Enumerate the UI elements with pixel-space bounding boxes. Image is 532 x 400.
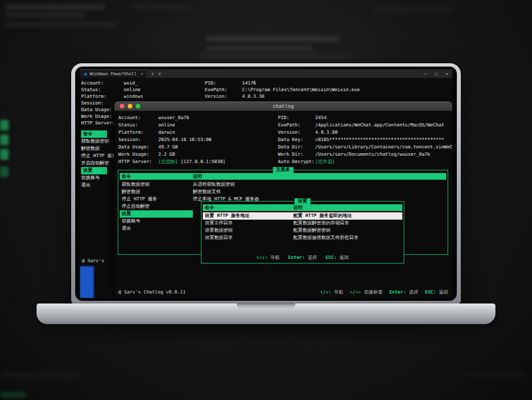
- chatlog-titlebar[interactable]: chatlog: [114, 101, 452, 111]
- menu-header-label: 命令: [81, 130, 107, 138]
- menu-item-description: 配置 HTTP 服务监听的地址: [293, 212, 402, 220]
- menu-item-label: 设置: [81, 167, 107, 174]
- menu-column-headers: 命令 说明: [120, 173, 446, 180]
- menu-item-command: 退出: [120, 225, 193, 232]
- info-line: Platform:darwinVersion:4.0.3.80: [118, 129, 452, 136]
- info-label: ExePath:: [205, 87, 242, 93]
- keyhint-label: 导航: [271, 255, 280, 260]
- menu-item-command: 停止 HTTP 服务: [120, 196, 193, 203]
- tab-windows-powershell[interactable]: > Windows PowerShell ×: [80, 69, 146, 78]
- menu-item-decrypt-data[interactable]: 解密数据: [81, 145, 116, 152]
- menu-item-settings-selected[interactable]: 设置: [81, 167, 116, 174]
- http-started-badge: [已启动]: [158, 159, 178, 164]
- powershell-main-menu: 命令 获取数据密钥 解密数据 停止 HTTP 服务 开启自动解密 设置 切换账号…: [81, 130, 116, 189]
- powershell-icon: >: [83, 72, 88, 77]
- keyhint-key: Enter:: [288, 255, 305, 260]
- background-blur-bar: [0, 373, 80, 378]
- info-label: Data Key:: [278, 136, 315, 144]
- menu-item-switch-account[interactable]: 切换账号: [81, 174, 116, 182]
- chatlog-statusbar: @ Sarv's Chatlog v0.0.11 ↑/↓: 导航 ←/→: 切换…: [118, 289, 448, 296]
- info-value: wxuser_8a7b: [158, 114, 278, 122]
- background-blur-bar: [206, 47, 313, 51]
- menu-column-header: 命令: [81, 130, 116, 138]
- background-blur-bar: [372, 8, 452, 11]
- maximize-button[interactable]: □: [431, 71, 442, 76]
- menu-item-command: 设置: [120, 210, 193, 218]
- menu-item-command: 切换账号: [120, 218, 193, 225]
- info-label: PID:: [205, 80, 242, 87]
- info-label: Platform:: [81, 93, 124, 100]
- background-green-block: [0, 134, 9, 145]
- chatlog-session-info: Account:wxuser_8a7bPID:2454 Status:onlin…: [114, 112, 452, 166]
- menu-column-headers: 命令 说明: [203, 204, 402, 211]
- tab-close-icon[interactable]: ×: [140, 71, 143, 77]
- info-value: 4.0.3.36: [242, 94, 265, 99]
- http-address: [127.0.0.1:5030]: [181, 159, 225, 164]
- menu-item-set-data-dir[interactable]: 设置数据目录 配置数据微信数据文件所在目录: [203, 234, 402, 242]
- keyhint-label: 导航: [334, 290, 343, 295]
- menu-item-label: 获取数据密钥: [81, 138, 109, 144]
- info-value: online: [158, 122, 278, 129]
- minimize-button[interactable]: ─: [420, 71, 431, 76]
- keyhint-label: 选择: [308, 255, 317, 260]
- chatlog-window: chatlog Account:wxuser_8a7bPID:2454 Stat…: [114, 101, 452, 298]
- main-menu-title: 主菜单: [273, 167, 293, 173]
- keyhint-key: ESC:: [325, 255, 336, 260]
- menu-item-label: 解密数据: [81, 146, 100, 151]
- close-button[interactable]: ×: [442, 71, 452, 76]
- menu-item-stop-http[interactable]: 停止 HTTP 服务: [81, 152, 116, 160]
- background-blur-bar: [5, 23, 118, 26]
- new-tab-button[interactable]: +: [151, 71, 154, 77]
- menu-item-command: 设置工作目录: [203, 220, 293, 227]
- menu-item-command: 解密数据: [120, 188, 193, 196]
- laptop-shadow: [86, 323, 446, 334]
- menu-item-auto-decrypt[interactable]: 开启自动解密: [81, 160, 116, 167]
- info-line: Work Usage:2.2 GBWork Dir:/Users/sarv/Do…: [118, 151, 452, 158]
- background-green-block: [0, 120, 9, 130]
- info-line-http-server: HTTP Server:[已启动] [127.0.0.1:5030]Auto D…: [118, 158, 452, 166]
- info-value: 2454: [315, 115, 327, 120]
- background-blur-bar: [206, 37, 339, 41]
- menu-item-decrypt-data[interactable]: 解密数据 解密数据文件: [120, 188, 446, 196]
- auto-decrypt-badge: [已开启]: [315, 159, 334, 164]
- menu-item-set-data-key[interactable]: 设置数据密钥 配置数据解密密钥: [203, 227, 402, 234]
- keyhint-label: 切换标签: [364, 290, 382, 295]
- chatlog-terminal: Account:wxuser_8a7bPID:2454 Status:onlin…: [114, 112, 452, 298]
- column-description: 说明: [293, 204, 402, 211]
- info-label: Session:: [118, 136, 158, 144]
- menu-item-set-http-address-selected[interactable]: 设置 HTTP 服务地址 配置 HTTP 服务监听的地址: [203, 212, 402, 220]
- info-value: /Users/sarv/Documents/chatlog/wxuser_8a7…: [315, 152, 430, 157]
- background-green-block: [0, 149, 9, 160]
- info-label: Data Dir:: [278, 144, 315, 151]
- keyhint-label: 返回: [339, 255, 348, 260]
- info-value: 49.7 GB: [158, 144, 278, 151]
- menu-item-label: 开启自动解密: [81, 160, 109, 166]
- info-label: Auto Decrypt:: [278, 158, 315, 166]
- tab-dropdown-icon[interactable]: ∨: [158, 71, 161, 77]
- menu-item-exit[interactable]: 退出: [81, 182, 116, 189]
- info-label: PID:: [278, 114, 315, 122]
- menu-item-get-data-key[interactable]: 获取数据密钥: [81, 138, 116, 145]
- keyhint-key: ↑/↓:: [257, 255, 268, 260]
- info-label: Status:: [118, 122, 158, 129]
- laptop-screen-frame: > Windows PowerShell × + ∨ ─ □ ×: [71, 63, 461, 304]
- menu-item-set-work-dir[interactable]: 设置工作目录 配置数据解密后的存储目录: [203, 220, 402, 227]
- tab-title: Windows PowerShell: [90, 71, 136, 77]
- info-label: Account:: [118, 114, 158, 122]
- info-value: C:\Program Files\Tencent\Weixin\Weixin.e…: [242, 87, 360, 93]
- window-title: chatlog: [114, 103, 452, 109]
- info-label: Data Usage:: [118, 144, 158, 151]
- info-label: Version:: [278, 129, 315, 136]
- info-label: HTTP Server:: [118, 158, 158, 166]
- settings-menu-box: 设置 命令 说明 设置 HTTP 服务地址 配置 HTTP 服务监听的地址 设置…: [201, 201, 404, 264]
- menu-item-get-data-key[interactable]: 获取数据密钥 从进程获取数据密钥: [120, 181, 446, 188]
- keyhint-key: ESC:: [425, 290, 436, 295]
- info-label: ExePath:: [278, 122, 315, 129]
- keyhint: ←/→: 切换标签: [350, 289, 382, 296]
- info-line: Data Usage:49.7 GBData Dir:/Users/sarv/L…: [118, 144, 452, 151]
- background-green-block: [0, 166, 9, 177]
- info-label: Account:: [81, 80, 124, 87]
- keyhint: ESC: 返回: [425, 289, 448, 296]
- menu-item-command: 获取数据密钥: [120, 181, 193, 188]
- background-blur-bar: [200, 55, 352, 58]
